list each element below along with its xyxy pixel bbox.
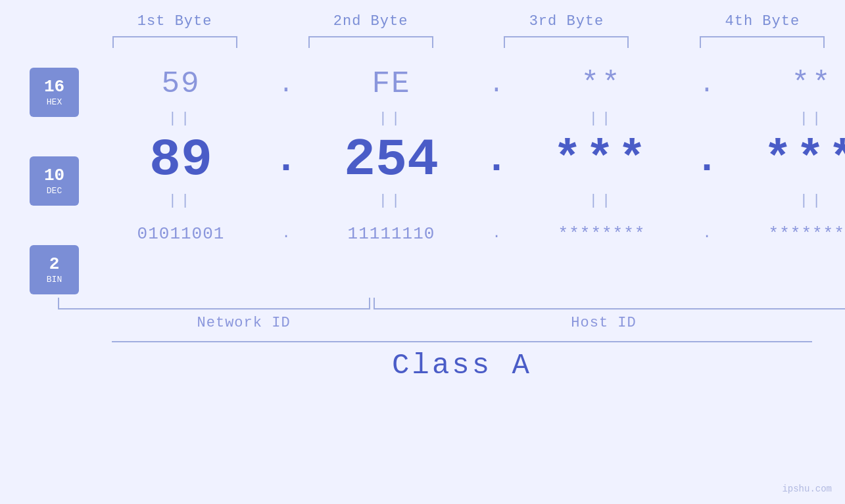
dec-cell-4: ***: [723, 130, 845, 189]
hex-badge-num: 16: [44, 78, 64, 97]
hex-val-3: **: [581, 67, 622, 101]
byte3-header: 3rd Byte: [484, 13, 649, 30]
badges-column: 16 HEX 10 DEC 2 BIN: [0, 61, 79, 294]
dec-val-3: ***: [553, 133, 650, 187]
hex-dot-2: .: [480, 70, 513, 99]
hex-badge: 16 HEX: [30, 68, 79, 117]
class-label: Class A: [112, 349, 812, 382]
dec-val-1: 89: [149, 130, 212, 190]
dec-dot-2: .: [480, 137, 513, 182]
dec-cell-2: 254: [302, 130, 480, 189]
hex-val-4: **: [791, 67, 833, 101]
sep-cell-3b: ||: [513, 193, 690, 209]
bin-dot-3: .: [690, 225, 723, 242]
byte2-header: 2nd Byte: [288, 13, 453, 30]
bin-cell-3: ********: [513, 212, 690, 255]
dec-cell-1: 89: [92, 130, 270, 189]
dec-val-4: ***: [763, 133, 845, 187]
bottom-section: Network ID Host ID: [0, 298, 845, 331]
byte1-header: 1st Byte: [92, 13, 257, 30]
hex-row: 59 . FE . ** . **: [92, 61, 845, 107]
bracket-bottom-network: [58, 298, 370, 309]
bin-badge-label: BIN: [47, 275, 62, 285]
byte4-header: 4th Byte: [680, 13, 845, 30]
hex-cell-4: **: [723, 61, 845, 107]
host-id-label: Host ID: [382, 315, 825, 331]
sep-cell-4b: ||: [723, 193, 845, 209]
sep-cell-3a: ||: [513, 110, 690, 127]
bin-val-4: ********: [769, 224, 845, 244]
sep-cell-1a: ||: [92, 110, 270, 127]
hex-dot-3: .: [690, 70, 723, 99]
hex-cell-3: **: [513, 61, 690, 107]
bracket-top-1: [112, 36, 237, 48]
hex-val-1: 59: [161, 67, 200, 101]
bracket-top-2: [308, 36, 433, 48]
bin-badge-num: 2: [49, 255, 60, 274]
bin-cell-1: 01011001: [92, 212, 270, 255]
sep-cell-1b: ||: [92, 193, 270, 209]
hex-cell-1: 59: [92, 61, 270, 107]
main-content: 16 HEX 10 DEC 2 BIN 59 .: [0, 61, 845, 294]
sep-cell-2b: ||: [302, 193, 480, 209]
bin-val-2: 11111110: [348, 224, 435, 244]
dec-cell-3: ***: [513, 130, 690, 189]
hex-dot-1: .: [270, 70, 302, 99]
top-brackets: [0, 36, 845, 48]
class-section: Class A: [0, 341, 845, 382]
bottom-brackets: [92, 298, 825, 309]
bin-val-1: 01011001: [137, 224, 225, 244]
labels-row: Network ID Host ID: [105, 315, 825, 331]
bin-row: 01011001 . 11111110 . ******** .: [92, 212, 845, 255]
dec-badge: 10 DEC: [30, 156, 79, 206]
bin-val-3: ********: [558, 224, 646, 244]
sep-row-1: || || || ||: [92, 107, 845, 130]
dec-val-2: 254: [344, 130, 439, 190]
data-grid: 59 . FE . ** . **: [79, 61, 845, 255]
hex-val-2: FE: [372, 67, 410, 101]
bracket-bottom-host: [374, 298, 846, 309]
sep-row-2: || || || ||: [92, 189, 845, 212]
main-container: 1st Byte 2nd Byte 3rd Byte 4th Byte 16: [0, 0, 845, 504]
bin-cell-2: 11111110: [302, 212, 480, 255]
dec-badge-label: DEC: [47, 186, 62, 196]
bracket-top-4: [700, 36, 825, 48]
byte-headers: 1st Byte 2nd Byte 3rd Byte 4th Byte: [0, 13, 845, 30]
bin-dot-2: .: [480, 225, 513, 242]
hex-badge-label: HEX: [47, 97, 62, 107]
bin-cell-4: ********: [723, 212, 845, 255]
dec-dot-1: .: [270, 137, 302, 182]
sep-cell-4a: ||: [723, 110, 845, 127]
dec-dot-3: .: [690, 137, 723, 182]
hex-cell-2: FE: [302, 61, 480, 107]
dec-row: 89 . 254 . *** . ***: [92, 130, 845, 189]
bin-badge: 2 BIN: [30, 245, 79, 294]
class-bar-line: [112, 341, 812, 342]
bracket-top-3: [504, 36, 629, 48]
watermark: ipshu.com: [782, 484, 832, 494]
bin-dot-1: .: [270, 225, 302, 242]
dec-badge-num: 10: [44, 166, 64, 185]
sep-cell-2a: ||: [302, 110, 480, 127]
network-id-label: Network ID: [105, 315, 382, 331]
